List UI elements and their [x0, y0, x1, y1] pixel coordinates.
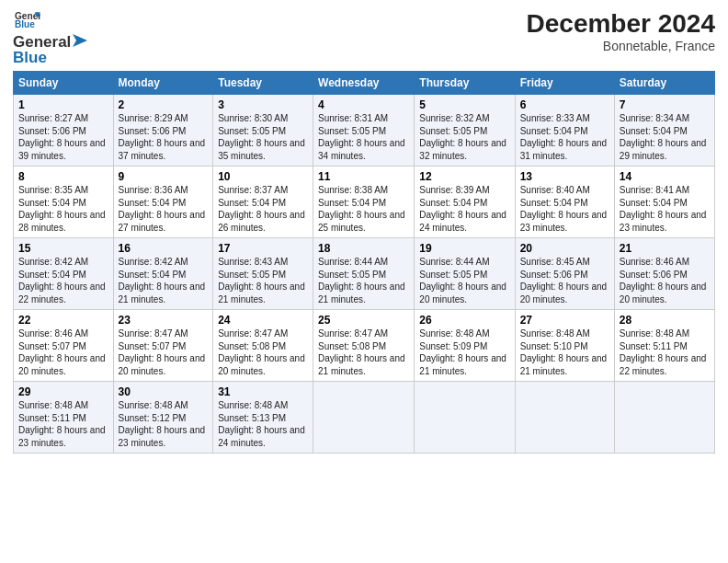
- calendar-cell: 10 Sunrise: 8:37 AMSunset: 5:04 PMDaylig…: [213, 167, 313, 238]
- day-detail: Sunrise: 8:39 AMSunset: 5:04 PMDaylight:…: [419, 185, 506, 233]
- day-number: 21: [620, 242, 710, 255]
- calendar-cell: 30 Sunrise: 8:48 AMSunset: 5:12 PMDaylig…: [113, 382, 213, 454]
- day-detail: Sunrise: 8:31 AMSunset: 5:05 PMDaylight:…: [318, 113, 405, 161]
- calendar-cell: 24 Sunrise: 8:47 AMSunset: 5:08 PMDaylig…: [213, 310, 313, 382]
- day-detail: Sunrise: 8:48 AMSunset: 5:10 PMDaylight:…: [520, 328, 608, 376]
- calendar-cell: 16 Sunrise: 8:42 AMSunset: 5:04 PMDaylig…: [113, 238, 213, 310]
- day-number: 12: [419, 170, 509, 183]
- calendar-week-row: 22 Sunrise: 8:46 AMSunset: 5:07 PMDaylig…: [14, 310, 715, 382]
- calendar-cell: 13 Sunrise: 8:40 AMSunset: 5:04 PMDaylig…: [515, 167, 614, 238]
- day-number: 1: [18, 98, 108, 111]
- day-number: 22: [18, 314, 108, 327]
- day-number: 28: [620, 314, 710, 327]
- logo: General Blue General Blue: [13, 9, 87, 67]
- calendar-cell: 8 Sunrise: 8:35 AMSunset: 5:04 PMDayligh…: [14, 167, 114, 238]
- day-number: 30: [119, 385, 209, 398]
- calendar-cell: 5 Sunrise: 8:32 AMSunset: 5:05 PMDayligh…: [415, 95, 515, 167]
- day-detail: Sunrise: 8:48 AMSunset: 5:11 PMDaylight:…: [18, 400, 106, 448]
- day-detail: Sunrise: 8:27 AMSunset: 5:06 PMDaylight:…: [18, 113, 106, 161]
- col-saturday: Saturday: [614, 72, 714, 95]
- col-wednesday: Wednesday: [313, 72, 415, 95]
- calendar-cell: 2 Sunrise: 8:29 AMSunset: 5:06 PMDayligh…: [113, 95, 213, 167]
- day-detail: Sunrise: 8:48 AMSunset: 5:09 PMDaylight:…: [419, 328, 506, 376]
- svg-text:Blue: Blue: [15, 19, 35, 29]
- day-detail: Sunrise: 8:34 AMSunset: 5:04 PMDaylight:…: [620, 113, 707, 161]
- calendar-cell: 25 Sunrise: 8:47 AMSunset: 5:08 PMDaylig…: [313, 310, 415, 382]
- logo-blue: Blue: [13, 49, 87, 67]
- day-number: 15: [18, 242, 108, 255]
- day-number: 13: [520, 170, 609, 183]
- day-number: 19: [419, 242, 509, 255]
- calendar-cell: [515, 382, 614, 454]
- calendar-cell: [415, 382, 515, 454]
- svg-marker-3: [73, 34, 87, 47]
- calendar-cell: [313, 382, 415, 454]
- day-detail: Sunrise: 8:36 AMSunset: 5:04 PMDaylight:…: [119, 185, 206, 233]
- day-detail: Sunrise: 8:46 AMSunset: 5:06 PMDaylight:…: [620, 257, 707, 304]
- day-detail: Sunrise: 8:35 AMSunset: 5:04 PMDaylight:…: [18, 185, 106, 233]
- day-detail: Sunrise: 8:43 AMSunset: 5:05 PMDaylight:…: [218, 257, 305, 304]
- header: General Blue General Blue December 2024 …: [13, 9, 715, 67]
- day-detail: Sunrise: 8:30 AMSunset: 5:05 PMDaylight:…: [218, 113, 305, 161]
- location: Bonnetable, France: [527, 39, 715, 53]
- day-detail: Sunrise: 8:47 AMSunset: 5:08 PMDaylight:…: [318, 328, 405, 376]
- calendar-cell: 12 Sunrise: 8:39 AMSunset: 5:04 PMDaylig…: [415, 167, 515, 238]
- day-detail: Sunrise: 8:41 AMSunset: 5:04 PMDaylight:…: [620, 185, 707, 233]
- day-number: 11: [318, 170, 409, 183]
- calendar-cell: 31 Sunrise: 8:48 AMSunset: 5:13 PMDaylig…: [213, 382, 313, 454]
- day-number: 23: [119, 314, 209, 327]
- calendar-cell: 6 Sunrise: 8:33 AMSunset: 5:04 PMDayligh…: [515, 95, 614, 167]
- calendar-week-row: 1 Sunrise: 8:27 AMSunset: 5:06 PMDayligh…: [14, 95, 715, 167]
- day-detail: Sunrise: 8:48 AMSunset: 5:12 PMDaylight:…: [119, 400, 206, 448]
- calendar-cell: 7 Sunrise: 8:34 AMSunset: 5:04 PMDayligh…: [614, 95, 714, 167]
- logo-icon: General Blue: [15, 9, 40, 29]
- day-detail: Sunrise: 8:44 AMSunset: 5:05 PMDaylight:…: [318, 257, 405, 304]
- calendar-table: Sunday Monday Tuesday Wednesday Thursday…: [13, 71, 715, 454]
- calendar-cell: 3 Sunrise: 8:30 AMSunset: 5:05 PMDayligh…: [213, 95, 313, 167]
- calendar-cell: 19 Sunrise: 8:44 AMSunset: 5:05 PMDaylig…: [415, 238, 515, 310]
- calendar-cell: 14 Sunrise: 8:41 AMSunset: 5:04 PMDaylig…: [614, 167, 714, 238]
- col-tuesday: Tuesday: [213, 72, 313, 95]
- day-detail: Sunrise: 8:38 AMSunset: 5:04 PMDaylight:…: [318, 185, 405, 233]
- day-detail: Sunrise: 8:48 AMSunset: 5:13 PMDaylight:…: [218, 400, 305, 448]
- day-number: 18: [318, 242, 409, 255]
- calendar-cell: 15 Sunrise: 8:42 AMSunset: 5:04 PMDaylig…: [14, 238, 114, 310]
- calendar-cell: 27 Sunrise: 8:48 AMSunset: 5:10 PMDaylig…: [515, 310, 614, 382]
- day-number: 27: [520, 314, 609, 327]
- col-monday: Monday: [113, 72, 213, 95]
- day-detail: Sunrise: 8:46 AMSunset: 5:07 PMDaylight:…: [18, 328, 106, 376]
- day-number: 14: [620, 170, 710, 183]
- day-number: 3: [218, 98, 308, 111]
- day-detail: Sunrise: 8:45 AMSunset: 5:06 PMDaylight:…: [520, 257, 608, 304]
- calendar-cell: 23 Sunrise: 8:47 AMSunset: 5:07 PMDaylig…: [113, 310, 213, 382]
- calendar-cell: [614, 382, 714, 454]
- day-detail: Sunrise: 8:47 AMSunset: 5:08 PMDaylight:…: [218, 328, 305, 376]
- col-sunday: Sunday: [14, 72, 114, 95]
- col-friday: Friday: [515, 72, 614, 95]
- calendar-week-row: 15 Sunrise: 8:42 AMSunset: 5:04 PMDaylig…: [14, 238, 715, 310]
- day-detail: Sunrise: 8:44 AMSunset: 5:05 PMDaylight:…: [419, 257, 506, 304]
- calendar-cell: 21 Sunrise: 8:46 AMSunset: 5:06 PMDaylig…: [614, 238, 714, 310]
- calendar-cell: 1 Sunrise: 8:27 AMSunset: 5:06 PMDayligh…: [14, 95, 114, 167]
- day-number: 6: [520, 98, 609, 111]
- calendar-week-row: 8 Sunrise: 8:35 AMSunset: 5:04 PMDayligh…: [14, 167, 715, 238]
- day-detail: Sunrise: 8:29 AMSunset: 5:06 PMDaylight:…: [119, 113, 206, 161]
- day-detail: Sunrise: 8:40 AMSunset: 5:04 PMDaylight:…: [520, 185, 608, 233]
- day-detail: Sunrise: 8:42 AMSunset: 5:04 PMDaylight:…: [18, 257, 106, 304]
- title-section: December 2024 Bonnetable, France: [527, 9, 715, 53]
- day-detail: Sunrise: 8:37 AMSunset: 5:04 PMDaylight:…: [218, 185, 305, 233]
- calendar-cell: 29 Sunrise: 8:48 AMSunset: 5:11 PMDaylig…: [14, 382, 114, 454]
- day-number: 29: [18, 385, 108, 398]
- calendar-cell: 22 Sunrise: 8:46 AMSunset: 5:07 PMDaylig…: [14, 310, 114, 382]
- day-number: 16: [119, 242, 209, 255]
- calendar-cell: 9 Sunrise: 8:36 AMSunset: 5:04 PMDayligh…: [113, 167, 213, 238]
- day-number: 26: [419, 314, 509, 327]
- day-detail: Sunrise: 8:42 AMSunset: 5:04 PMDaylight:…: [119, 257, 206, 304]
- calendar-cell: 17 Sunrise: 8:43 AMSunset: 5:05 PMDaylig…: [213, 238, 313, 310]
- month-title: December 2024: [527, 9, 715, 39]
- day-detail: Sunrise: 8:48 AMSunset: 5:11 PMDaylight:…: [620, 328, 707, 376]
- day-detail: Sunrise: 8:32 AMSunset: 5:05 PMDaylight:…: [419, 113, 506, 161]
- day-number: 7: [620, 98, 710, 111]
- calendar-cell: 18 Sunrise: 8:44 AMSunset: 5:05 PMDaylig…: [313, 238, 415, 310]
- calendar-cell: 20 Sunrise: 8:45 AMSunset: 5:06 PMDaylig…: [515, 238, 614, 310]
